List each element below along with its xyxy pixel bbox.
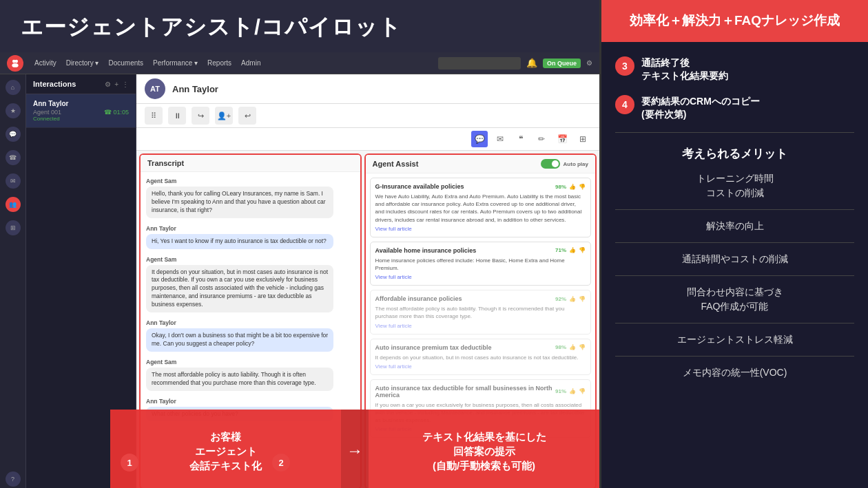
assist-text-4: It depends on your situation, but in mos… <box>375 354 586 361</box>
tab-more-icon[interactable]: ⊞ <box>575 131 591 147</box>
assist-card-header-4: Auto insurance premium tax deductible 98… <box>375 344 586 351</box>
interactions-add-icon[interactable]: + <box>114 81 118 88</box>
benefit-6: メモ内容の統一性(VOC) <box>615 363 854 383</box>
interaction-time: ☎ 01:05 <box>104 109 129 116</box>
benefit-2: 解決率の向上 <box>615 216 854 236</box>
score-3: 92% <box>555 296 566 302</box>
contact-header: AT Ann Taylor <box>136 74 599 104</box>
assist-toggle-label: Auto play <box>564 161 588 167</box>
divider-4 <box>615 275 854 276</box>
annotation-num-2: 2 <box>272 454 290 471</box>
right-content: 3 通話終了後テキスト化結果要約 4 要約結果のCRMへのコピー(要件次第) 考… <box>601 42 868 488</box>
assist-card-title-4: Auto insurance premium tax deductible <box>375 344 492 351</box>
msg-sender-3: Agent Sam <box>146 256 355 263</box>
interactions-settings-icon[interactable]: ⚙ <box>105 81 111 88</box>
message-group-5: Agent Sam The most affordable policy is … <box>146 359 355 391</box>
msg-bubble-4: Okay, I don't own a business so that mig… <box>146 328 333 352</box>
nav-bar: Activity Directory ▾ Documents Performan… <box>0 52 599 74</box>
tab-calendar-icon[interactable]: 📅 <box>554 131 570 147</box>
annotation-num-1: 1 <box>121 454 138 471</box>
step-text-4: 要約結果のCRMへのコピー(要件次第) <box>641 95 760 122</box>
assist-text-1: We have Auto Liability, Auto Extra and A… <box>375 193 586 224</box>
benefit-5: エージェントストレス軽減 <box>615 330 854 350</box>
divider-5 <box>615 323 854 323</box>
msg-sender-1: Agent Sam <box>146 178 355 184</box>
message-group-4: Ann Taylor Okay, I don't own a business … <box>146 319 355 352</box>
score-1: 98% <box>555 184 566 190</box>
left-panel: エージェントアシスト/コパイロット Activity Directory ▾ D… <box>0 0 599 488</box>
view-link-3[interactable]: View full article <box>375 323 586 329</box>
right-header-text: 効率化＋解決力＋FAQナレッジ作成 <box>615 12 854 30</box>
interactions-more-icon[interactable]: ⋮ <box>122 81 129 88</box>
ui-content: Activity Directory ▾ Documents Performan… <box>0 52 599 488</box>
dial-pad-btn[interactable]: ⠿ <box>145 107 163 125</box>
msg-sender-6: Ann Taylor <box>146 398 355 405</box>
view-link-1[interactable]: View full article <box>375 226 586 232</box>
nav-reports[interactable]: Reports <box>207 59 231 67</box>
top-title-bar: エージェントアシスト/コパイロット <box>0 0 599 52</box>
nav-directory[interactable]: Directory ▾ <box>66 59 99 67</box>
assist-card-header-3: Affordable insurance policies 92% 👍 👎 <box>375 295 586 302</box>
interactions-title: Interactions <box>33 80 105 88</box>
benefit-3: 通話時間やコストの削減 <box>615 249 854 269</box>
msg-bubble-2: Hi, Yes I want to know if my auto insura… <box>146 234 333 249</box>
label-box-1: お客様エージェント会話テキスト化 <box>110 410 341 488</box>
view-link-2[interactable]: View full article <box>375 274 586 280</box>
assist-card-3: Affordable insurance policies 92% 👍 👎 Th… <box>370 290 591 334</box>
label-box-2: テキスト化結果を基にした回答案の提示(自動/手動検索も可能) <box>369 410 599 488</box>
tab-quote-icon[interactable]: ❝ <box>513 131 529 147</box>
benefit-1: トレーニング時間コストの削減 <box>615 169 854 203</box>
svg-point-1 <box>14 59 18 63</box>
nav-admin[interactable]: Admin <box>241 59 260 67</box>
svg-point-2 <box>12 63 18 67</box>
interaction-meta: Agent 001 ☎ 01:05 <box>33 109 129 116</box>
step-item-4: 4 要約結果のCRMへのコピー(要件次第) <box>615 91 854 126</box>
nav-search-bar[interactable] <box>438 57 521 70</box>
tabs-bar: 💬 ✉ ❝ ✏ 📅 ⊞ <box>136 128 599 151</box>
assist-meta-1: 98% 👍 👎 <box>555 184 586 190</box>
interaction-name: Ann Taylor <box>33 100 129 107</box>
label-text-2: テキスト化結果を基にした回答案の提示(自動/手動検索も可能) <box>422 429 546 473</box>
msg-bubble-1: Hello, thank you for calling OLeary Insu… <box>146 187 333 218</box>
divider-3 <box>615 242 854 243</box>
assist-card-title-5: Auto insurance tax deductible for small … <box>375 385 555 399</box>
contact-name: Ann Taylor <box>172 84 218 94</box>
tab-edit-icon[interactable]: ✏ <box>533 131 550 147</box>
step-num-4: 4 <box>615 95 634 114</box>
transfer-btn[interactable]: ↪ <box>192 107 209 125</box>
nav-activity[interactable]: Activity <box>34 59 56 67</box>
assist-card-2: Available home insurance policies 71% 👍 … <box>370 242 591 286</box>
interactions-header: Interactions ⚙ + ⋮ <box>26 74 136 94</box>
assist-meta-5: 91% 👍 👎 <box>555 388 586 394</box>
label-arrow: → <box>341 410 369 488</box>
sidebar-star-icon[interactable]: ★ <box>6 103 21 118</box>
assist-meta-3: 92% 👍 👎 <box>555 296 586 302</box>
assist-toggle-group: Auto play <box>541 159 588 169</box>
assist-text-3: The most affordable policy is auto liabi… <box>375 305 586 320</box>
msg-sender-4: Ann Taylor <box>146 319 355 326</box>
sidebar-chat-icon[interactable]: 💬 <box>6 127 21 142</box>
assist-toggle[interactable] <box>541 159 560 169</box>
nav-performance[interactable]: Performance ▾ <box>153 59 198 67</box>
sidebar-phone-icon[interactable]: ☎ <box>6 150 21 165</box>
interaction-item[interactable]: Ann Taylor Agent 001 ☎ 01:05 Connected <box>26 94 136 128</box>
label-text-1: お客様エージェント会話テキスト化 <box>189 429 262 473</box>
connected-badge: Connected <box>33 116 129 122</box>
tab-chat-icon[interactable]: 💬 <box>471 131 488 147</box>
merge-btn[interactable]: 👤+ <box>215 107 233 125</box>
sidebar-home-icon[interactable]: ⌂ <box>6 80 21 95</box>
more-controls-btn[interactable]: ↩ <box>238 107 256 125</box>
view-link-4[interactable]: View full article <box>375 363 586 370</box>
tab-email-icon[interactable]: ✉ <box>492 131 508 147</box>
sidebar-grid-icon[interactable]: ⊞ <box>6 220 21 235</box>
message-group-1: Agent Sam Hello, thank you for calling O… <box>146 178 355 218</box>
score-5: 91% <box>555 388 566 394</box>
sidebar-people-icon[interactable]: 👥 <box>6 197 21 212</box>
assist-card-title-1: G-Insurance available policies <box>375 183 464 190</box>
hold-btn[interactable]: ⏸ <box>168 107 186 125</box>
assist-card-header-5: Auto insurance tax deductible for small … <box>375 385 586 399</box>
sidebar-help-icon[interactable]: ? <box>6 471 21 487</box>
interaction-agent: Agent 001 <box>33 109 61 116</box>
sidebar-mail-icon[interactable]: ✉ <box>6 173 21 189</box>
nav-documents[interactable]: Documents <box>108 59 143 67</box>
